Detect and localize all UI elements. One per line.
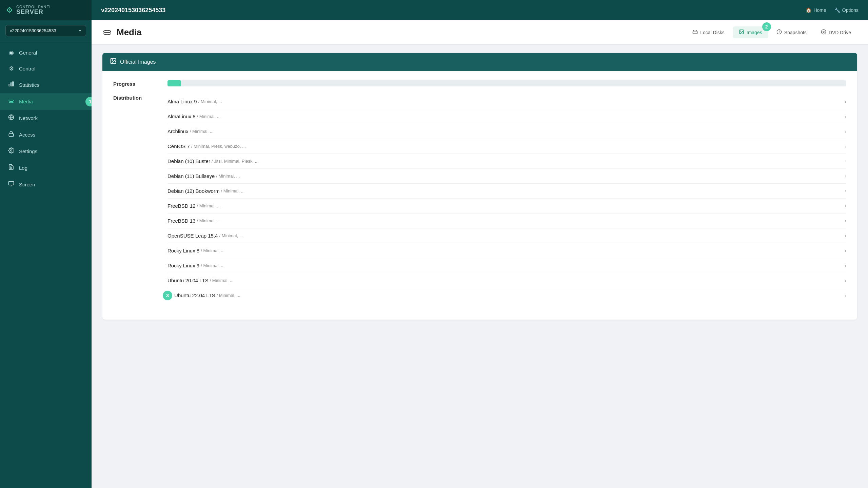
list-item[interactable]: Ubuntu 20.04 LTS / Minimal, ... › [167, 273, 846, 288]
tab-snapshots[interactable]: Snapshots [770, 26, 813, 38]
chevron-right-icon: › [845, 144, 846, 149]
access-icon [7, 131, 15, 139]
progress-bar-fill [167, 80, 181, 86]
sidebar-nav: ◉ General ⚙ Control Statistics Media 1 [0, 41, 92, 488]
svg-rect-1 [11, 83, 12, 86]
sidebar-item-label: Access [19, 132, 35, 138]
dvd-drive-icon [821, 29, 826, 36]
local-disks-icon [692, 29, 698, 36]
sidebar-item-screen[interactable]: Screen [0, 176, 92, 193]
distribution-list: Alma Linux 9 / Minimal, ... › AlmaLinux … [167, 94, 846, 303]
list-item[interactable]: AlmaLinux 8 / Minimal, ... › [167, 109, 846, 124]
server-dropdown[interactable]: v220240153036254533 ▼ [5, 25, 86, 36]
snapshots-icon [776, 29, 782, 36]
list-item[interactable]: Alma Linux 9 / Minimal, ... › [167, 94, 846, 109]
chevron-right-icon: › [845, 174, 846, 179]
list-item[interactable]: CentOS 7 / Minimal, Plesk, webuzo, ... › [167, 139, 846, 154]
tab-snapshots-label: Snapshots [784, 30, 807, 35]
page-title-row: Media [102, 27, 142, 38]
log-icon [7, 164, 15, 172]
tab-local-disks[interactable]: Local Disks [686, 26, 731, 38]
tab-dvd-drive-label: DVD Drive [829, 30, 851, 35]
chevron-right-icon: › [845, 114, 846, 119]
svg-rect-6 [9, 134, 14, 136]
tab-dvd-drive[interactable]: DVD Drive [815, 26, 857, 38]
screen-icon [7, 181, 15, 188]
logo-text: Control Panel Server [16, 5, 52, 16]
tab-images-label: Images [747, 30, 762, 35]
statistics-icon [7, 81, 15, 89]
settings-icon [7, 147, 15, 155]
topbar-actions: 🏠 Home 🔧 Options [806, 7, 859, 13]
sidebar-item-control[interactable]: ⚙ Control [0, 61, 92, 77]
list-item[interactable]: Rocky Linux 9 / Minimal, ... › [167, 258, 846, 273]
content-area: Media Local Disks Images 2 [92, 20, 868, 488]
topbar: v220240153036254533 🏠 Home 🔧 Options [92, 0, 868, 20]
list-item[interactable]: Debian (10) Buster / Jitsi, Minimal, Ple… [167, 154, 846, 169]
section-title: Official Images [120, 59, 156, 65]
svg-rect-0 [9, 84, 10, 86]
page-icon [102, 27, 112, 38]
images-icon [739, 29, 744, 36]
ubuntu-2204-badge: 3 [163, 291, 172, 300]
sidebar: ⚙ Control Panel Server v2202401530362545… [0, 0, 92, 488]
topbar-server-id: v220240153036254533 [101, 7, 165, 14]
sidebar-item-label: Control [19, 66, 35, 72]
list-item[interactable]: Debian (12) Bookworm / Minimal, ... › [167, 184, 846, 199]
network-icon [7, 114, 15, 122]
distribution-label: Distribution [113, 94, 167, 101]
media-badge: 1 [85, 97, 92, 106]
chevron-right-icon: › [845, 203, 846, 208]
sidebar-item-statistics[interactable]: Statistics [0, 77, 92, 93]
tab-images[interactable]: Images 2 [733, 26, 768, 38]
list-item[interactable]: 3 Ubuntu 22.04 LTS / Minimal, ... › [167, 288, 846, 303]
sidebar-item-label: Network [19, 115, 38, 121]
sidebar-item-label: Settings [19, 148, 37, 154]
sidebar-item-general[interactable]: ◉ General [0, 45, 92, 61]
chevron-right-icon: › [845, 99, 846, 104]
distribution-row: Distribution Alma Linux 9 / Minimal, ...… [113, 94, 846, 303]
svg-point-17 [740, 31, 741, 32]
svg-point-22 [112, 60, 113, 61]
home-button[interactable]: 🏠 Home [806, 7, 826, 13]
list-item[interactable]: OpenSUSE Leap 15.4 / Minimal, ... › [167, 228, 846, 243]
section-header: Official Images [102, 53, 857, 71]
list-item[interactable]: Archlinux / Minimal, ... › [167, 124, 846, 139]
svg-point-19 [821, 29, 826, 34]
main-area: v220240153036254533 🏠 Home 🔧 Options Med… [92, 0, 868, 488]
sidebar-item-label: Log [19, 165, 27, 171]
progress-bar-container [167, 80, 846, 86]
list-item[interactable]: Rocky Linux 8 / Minimal, ... › [167, 243, 846, 258]
sidebar-header: ⚙ Control Panel Server [0, 0, 92, 20]
sidebar-item-log[interactable]: Log [0, 160, 92, 176]
options-button[interactable]: 🔧 Options [834, 7, 859, 13]
progress-row: Progress [113, 80, 846, 87]
chevron-right-icon: › [845, 129, 846, 134]
svg-point-7 [11, 150, 12, 151]
list-item[interactable]: Debian (11) Bullseye / Minimal, ... › [167, 169, 846, 184]
sidebar-item-media[interactable]: Media 1 [0, 93, 92, 110]
sidebar-item-label: General [19, 50, 37, 56]
list-item[interactable]: FreeBSD 12 / Minimal, ... › [167, 199, 846, 214]
progress-label: Progress [113, 80, 167, 87]
sidebar-item-label: Media [19, 99, 33, 104]
chevron-down-icon: ▼ [78, 29, 82, 33]
sidebar-item-access[interactable]: Access [0, 126, 92, 143]
tab-local-disks-label: Local Disks [700, 30, 725, 35]
chevron-right-icon: › [845, 263, 846, 268]
section-header-icon [110, 58, 117, 66]
media-icon [7, 98, 15, 105]
list-item[interactable]: FreeBSD 13 / Minimal, ... › [167, 214, 846, 228]
wrench-icon: 🔧 [834, 7, 840, 13]
page-header: Media Local Disks Images 2 [92, 20, 868, 45]
sidebar-item-settings[interactable]: Settings [0, 143, 92, 160]
svg-rect-2 [13, 82, 14, 86]
svg-point-20 [823, 31, 824, 33]
chevron-right-icon: › [845, 233, 846, 238]
progress-bar-wrapper [167, 80, 846, 86]
chevron-right-icon: › [845, 248, 846, 253]
sidebar-item-network[interactable]: Network [0, 110, 92, 126]
content-body: Official Images Progress Distr [92, 45, 868, 328]
svg-rect-10 [9, 181, 14, 185]
logo-icon: ⚙ [6, 6, 13, 15]
